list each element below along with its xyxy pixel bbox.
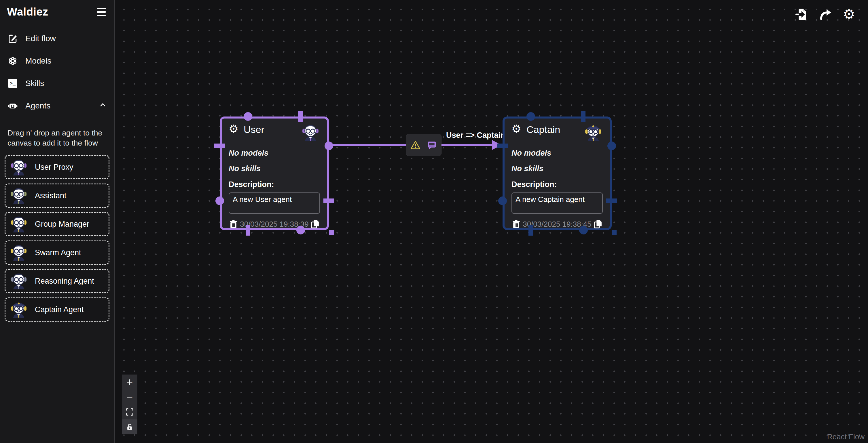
captain-node-avatar — [584, 123, 603, 142]
agent-node-user[interactable]: ⚙ User No models No skills Description: … — [220, 116, 329, 230]
sidebar-item-label: Skills — [25, 79, 44, 88]
assistant-avatar — [9, 186, 28, 205]
unlock-icon — [126, 423, 134, 431]
node-title: Captain — [526, 123, 560, 135]
clone-node-button[interactable] — [593, 219, 603, 229]
delete-node-button[interactable] — [512, 219, 521, 229]
node-skills-status: No skills — [229, 164, 320, 173]
reasoning-agent-avatar — [9, 272, 28, 290]
description-input[interactable]: A new Captain agent — [512, 193, 603, 214]
node-settings-gear-icon[interactable]: ⚙ — [229, 123, 239, 135]
sidebar-item-models[interactable]: Models — [5, 50, 110, 72]
sidebar-nav: Edit flow Models >_ Skills Agents — [5, 27, 110, 117]
palette-item-group-manager[interactable]: Group Manager — [5, 212, 110, 236]
lock-toggle-button[interactable] — [122, 419, 137, 434]
sidebar-item-skills[interactable]: >_ Skills — [5, 72, 110, 95]
handle-top-source[interactable] — [526, 112, 535, 121]
handle-left-target[interactable] — [214, 143, 225, 148]
fit-view-icon — [125, 408, 134, 416]
palette-item-assistant[interactable]: Assistant — [5, 183, 110, 208]
copy-icon — [310, 219, 320, 229]
handle-top-target[interactable] — [581, 111, 586, 122]
user-node-avatar — [301, 123, 320, 142]
handle-bottom-source[interactable] — [579, 226, 588, 234]
agents-robot-icon — [7, 101, 18, 111]
handle-left-source[interactable] — [215, 197, 224, 205]
trash-icon — [229, 219, 238, 229]
description-label: Description: — [229, 180, 320, 189]
handle-left-source[interactable] — [498, 197, 507, 205]
node-skills-status: No skills — [512, 164, 603, 173]
palette-item-captain-agent[interactable]: Captain Agent — [5, 298, 110, 321]
node-models-status: No models — [229, 149, 320, 158]
handle-bottom-target[interactable] — [528, 225, 533, 236]
settings-button[interactable]: ⚙ — [842, 7, 856, 21]
sidebar-item-edit-flow[interactable]: Edit flow — [5, 27, 110, 50]
agent-node-captain[interactable]: ⚙ Captain No models No skills Descriptio… — [502, 116, 612, 230]
description-input[interactable]: A new User agent — [229, 193, 320, 214]
drag-drop-hint: Drag n' drop an agent to the canvas to a… — [7, 128, 106, 148]
canvas-controls: + − — [122, 375, 137, 434]
description-label: Description: — [512, 180, 603, 189]
node-title: User — [244, 123, 265, 135]
palette-item-reasoning-agent[interactable]: Reasoning Agent — [5, 269, 110, 293]
share-arrow-icon — [819, 8, 832, 21]
models-openai-icon — [7, 56, 18, 66]
group-manager-avatar — [9, 215, 28, 233]
fit-view-button[interactable] — [122, 404, 137, 419]
handle-right-target[interactable] — [323, 199, 334, 203]
zoom-in-button[interactable]: + — [122, 375, 137, 389]
handle-left-target[interactable] — [497, 143, 508, 148]
resize-handle[interactable] — [329, 230, 334, 235]
handle-right-target[interactable] — [606, 199, 617, 203]
settings-gear-icon: ⚙ — [843, 7, 855, 22]
palette-item-swarm-agent[interactable]: Swarm Agent — [5, 240, 110, 265]
copy-icon — [593, 219, 603, 229]
sidebar-item-label: Models — [25, 56, 51, 66]
import-flow-button[interactable] — [795, 7, 809, 21]
trash-icon — [512, 219, 521, 229]
handle-top-target[interactable] — [298, 111, 303, 122]
handle-top-source[interactable] — [244, 112, 252, 121]
node-settings-gear-icon[interactable]: ⚙ — [512, 123, 521, 135]
palette-item-user-proxy[interactable]: User Proxy — [5, 155, 110, 179]
react-flow-attribution[interactable]: React Flow — [827, 432, 865, 441]
chevron-up-icon[interactable] — [99, 101, 106, 111]
user-proxy-avatar — [9, 158, 28, 176]
chat-message-icon[interactable] — [427, 140, 437, 150]
edge-label[interactable]: User => Captain — [446, 131, 505, 140]
captain-agent-avatar — [9, 300, 28, 319]
flow-toolbar: ⚙ — [795, 7, 856, 21]
edit-icon — [7, 33, 18, 44]
sidebar-item-label: Agents — [25, 101, 51, 110]
agent-palette: User Proxy Assistant Group Manager Swarm… — [5, 155, 110, 321]
node-models-status: No models — [512, 149, 603, 158]
sidebar-item-agents[interactable]: Agents — [5, 95, 110, 117]
sidebar-item-label: Edit flow — [25, 34, 56, 43]
sidebar: Waldiez Edit flow Models >_ Skills — [0, 0, 115, 443]
delete-node-button[interactable] — [229, 219, 238, 229]
skills-terminal-icon: >_ — [7, 78, 18, 89]
export-flow-button[interactable] — [818, 7, 832, 21]
import-file-icon — [795, 8, 808, 21]
app-title: Waldiez — [7, 6, 49, 18]
handle-bottom-target[interactable] — [246, 225, 250, 236]
clone-node-button[interactable] — [310, 219, 320, 229]
swarm-agent-avatar — [9, 243, 28, 262]
warning-icon[interactable] — [410, 140, 421, 150]
resize-handle[interactable] — [612, 230, 617, 235]
handle-bottom-source[interactable] — [296, 226, 305, 234]
edge-actions-badge[interactable] — [406, 134, 441, 156]
zoom-out-button[interactable]: − — [122, 389, 137, 404]
menu-toggle-icon[interactable] — [96, 7, 107, 17]
